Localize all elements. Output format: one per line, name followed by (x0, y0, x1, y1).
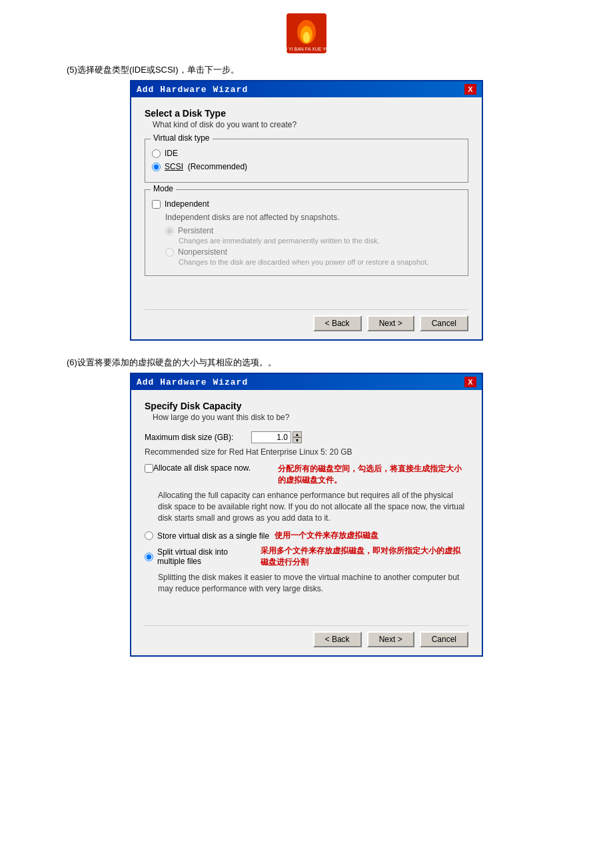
wizard2-titlebar: Add Hardware Wizard X (131, 374, 482, 390)
allocate-checkbox-wrap: Allocate all disk space now. (145, 463, 278, 473)
scsi-recommended: (Recommended) (188, 162, 247, 171)
store-single-label[interactable]: Store virtual disk as a single file (157, 531, 269, 541)
independent-checkbox-row: Independent (152, 199, 461, 209)
allocate-checkbox[interactable] (145, 464, 153, 473)
wizard1-window: Add Hardware Wizard X Select a Disk Type… (130, 80, 483, 341)
allocate-checkbox-label[interactable]: Allocate all disk space now. (153, 463, 251, 473)
split-multiple-desc: Splitting the disk makes it easier to mo… (158, 572, 468, 595)
disk-size-spinner: ▲ ▼ (293, 431, 302, 443)
split-multiple-note: 采用多个文件来存放虚拟磁盘，即对你所指定大小的虚拟磁盘进行分割 (261, 545, 468, 568)
scsi-radio[interactable] (152, 163, 161, 171)
svg-text:KUN YI BAN FA XUE YUAN: KUN YI BAN FA XUE YUAN (287, 47, 326, 51)
virtual-disk-type-group: Virtual disk type IDE SCSI (Recommended) (145, 139, 468, 183)
wizard1-cancel-button[interactable]: Cancel (420, 315, 468, 331)
wizard2-header-subtitle: How large do you want this disk to be? (153, 413, 468, 422)
allocate-desc: Allocating the full capacity can enhance… (158, 490, 468, 523)
independent-desc: Independent disks are not affected by sn… (165, 213, 461, 222)
store-single-row: Store virtual disk as a single file 使用一个… (145, 530, 468, 541)
store-single-note: 使用一个文件来存放虚拟磁盘 (275, 530, 378, 541)
wizard1-spacer (145, 283, 468, 303)
ide-radio-row: IDE (152, 149, 461, 158)
store-single-radio[interactable] (145, 531, 153, 540)
school-logo-icon: KUN YI BAN FA XUE YUAN (287, 13, 326, 53)
wizard1-header-title: Select a Disk Type (145, 108, 468, 119)
wizard2-close-button[interactable]: X (464, 377, 476, 387)
wizard2-title: Add Hardware Wizard (137, 377, 248, 387)
wizard2-spacer (145, 599, 468, 619)
wizard2-header: Specify Disk Capacity How large do you w… (145, 401, 468, 422)
wizard1-close-button[interactable]: X (464, 84, 476, 95)
logo-area: KUN YI BAN FA XUE YUAN (13, 7, 600, 59)
wizard2-next-button[interactable]: Next > (367, 631, 414, 647)
step6-text: (6)设置将要添加的虚拟硬盘的大小与其相应的选项。。 (67, 357, 277, 367)
scsi-label-text: SCSI (165, 162, 183, 171)
nonpersistent-radio-row: Nonpersistent (165, 247, 461, 257)
wizard2-window: Add Hardware Wizard X Specify Disk Capac… (130, 373, 483, 657)
step6-label: (6)设置将要添加的虚拟硬盘的大小与其相应的选项。。 (67, 357, 600, 369)
split-multiple-radio[interactable] (145, 553, 153, 561)
wizard1-header-subtitle: What kind of disk do you want to create? (153, 120, 468, 129)
nonpersistent-radio (165, 248, 174, 257)
svg-point-3 (303, 32, 310, 43)
disk-size-down-button[interactable]: ▼ (293, 437, 302, 443)
step5-text: (5)选择硬盘类型(IDE或SCSI)，单击下一步。 (67, 65, 239, 75)
wizard1-footer: < Back Next > Cancel (145, 309, 468, 331)
step5-label: (5)选择硬盘类型(IDE或SCSI)，单击下一步。 (67, 64, 600, 76)
recommended-label: Recommended size for Red Hat Enterprise … (145, 447, 468, 457)
wizard2-body: Specify Disk Capacity How large do you w… (131, 390, 482, 655)
virtual-disk-type-legend: Virtual disk type (151, 133, 213, 143)
wizard2-back-button[interactable]: < Back (313, 631, 362, 647)
split-multiple-label[interactable]: Split virtual disk into multiple files (157, 547, 255, 566)
nonpersistent-desc: Changes to the disk are discarded when y… (179, 258, 461, 266)
wizard1-titlebar: Add Hardware Wizard X (131, 81, 482, 97)
wizard2-footer: < Back Next > Cancel (145, 625, 468, 647)
persistent-desc: Changes are immediately and permanently … (179, 237, 461, 245)
disk-size-label: Maximum disk size (GB): (145, 433, 251, 442)
independent-checkbox[interactable] (152, 200, 161, 209)
mode-legend: Mode (151, 184, 176, 193)
independent-label[interactable]: Independent (165, 199, 209, 209)
nonpersistent-label: Nonpersistent (178, 247, 227, 257)
persistent-label: Persistent (178, 226, 213, 235)
wizard1-header: Select a Disk Type What kind of disk do … (145, 108, 468, 129)
disk-size-row: Maximum disk size (GB): ▲ ▼ (145, 431, 468, 443)
allocate-row: Allocate all disk space now. 分配所有的磁盘空间，勾… (145, 463, 468, 486)
persistent-radio (165, 227, 174, 235)
disk-size-up-button[interactable]: ▲ (293, 431, 302, 437)
split-multiple-row: Split virtual disk into multiple files 采… (145, 545, 468, 568)
spacer1 (13, 341, 600, 351)
scsi-radio-row: SCSI (Recommended) (152, 162, 461, 171)
ide-label[interactable]: IDE (165, 149, 178, 158)
scsi-label[interactable]: SCSI (Recommended) (165, 162, 247, 171)
ide-radio[interactable] (152, 149, 161, 158)
disk-size-input[interactable] (251, 431, 291, 443)
persistent-radio-row: Persistent (165, 226, 461, 235)
wizard1-body: Select a Disk Type What kind of disk do … (131, 97, 482, 339)
allocate-note: 分配所有的磁盘空间，勾选后，将直接生成指定大小的虚拟磁盘文件。 (278, 463, 468, 486)
wizard1-next-button[interactable]: Next > (367, 315, 414, 331)
mode-group: Mode Independent Independent disks are n… (145, 189, 468, 276)
wizard2-cancel-button[interactable]: Cancel (420, 631, 468, 647)
wizard2-header-title: Specify Disk Capacity (145, 401, 468, 411)
wizard1-title: Add Hardware Wizard (137, 85, 248, 95)
wizard1-back-button[interactable]: < Back (313, 315, 362, 331)
